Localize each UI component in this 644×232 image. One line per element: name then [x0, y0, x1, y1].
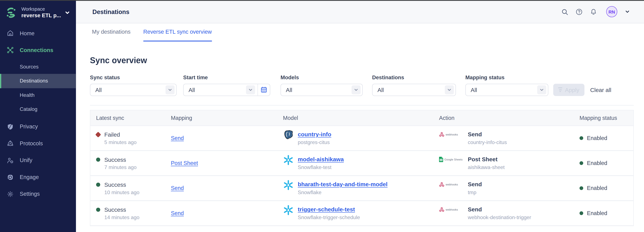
account-chevron-down-icon[interactable]	[625, 9, 630, 14]
mapping-link[interactable]: Send	[171, 210, 184, 216]
clear-all-button[interactable]: Clear all	[590, 83, 611, 96]
model-subtext: Snowflake	[298, 190, 388, 196]
webhooks-icon	[439, 132, 444, 137]
model-subtext: Snowflake-trigger-schedule	[298, 215, 360, 221]
calendar-icon	[260, 86, 267, 93]
snowflake-icon	[283, 180, 294, 191]
sidebar-item-health[interactable]: Health	[0, 88, 76, 102]
topbar: Destinations RN	[76, 1, 644, 23]
table-row: Success 10 minutes ago Send	[90, 176, 633, 201]
sidebar-item-unify[interactable]: Unify	[0, 152, 76, 169]
action-name: Send	[468, 206, 531, 213]
mapping-link[interactable]: Send	[171, 185, 184, 191]
sidebar-item-privacy[interactable]: Privacy	[0, 118, 76, 135]
select-value: All	[471, 86, 537, 93]
avatar-initials: RN	[608, 9, 615, 14]
enabled-dot-icon	[580, 186, 583, 190]
sidebar-item-destinations[interactable]: Destinations	[0, 74, 76, 88]
workspace-chevron-down-icon[interactable]	[64, 10, 70, 15]
sidebar-item-settings[interactable]: Settings	[0, 186, 76, 202]
models-select[interactable]: All	[280, 83, 363, 96]
filter-sync-status: Sync status All	[90, 74, 176, 96]
model-link[interactable]: country-info	[298, 131, 331, 138]
model-subtext: Snowflake-test	[298, 165, 344, 170]
select-value: All	[188, 86, 246, 93]
filter-label: Sync status	[90, 74, 176, 81]
action-subtext: aishikawa-sheet	[468, 165, 504, 170]
sidebar-item-label: Unify	[20, 157, 32, 163]
shield-icon	[6, 123, 14, 130]
clear-all-label: Clear all	[590, 86, 611, 93]
sidebar-item-sources[interactable]: Sources	[0, 60, 76, 74]
page-title: Destinations	[92, 8, 129, 15]
mapping-link[interactable]: Send	[171, 135, 184, 141]
action-name: Post Sheet	[468, 156, 504, 163]
section-divider	[90, 105, 634, 105]
help-icon[interactable]	[576, 8, 583, 15]
mapping-cell: Post Sheet	[171, 159, 283, 167]
topbar-actions: RN	[561, 6, 630, 17]
mapping-status-select[interactable]: All	[465, 83, 548, 96]
sidebar-item-label: Destinations	[20, 78, 48, 84]
enabled-dot-icon	[580, 211, 583, 215]
sync-overview-table: Latest sync Mapping Model Action Mapping…	[90, 110, 634, 226]
model-link[interactable]: model-aishikawa	[298, 156, 344, 163]
webhooks-logo-label: webhooks	[446, 133, 458, 136]
tab-label: Reverse ETL sync overview	[143, 29, 212, 35]
notifications-bell-icon[interactable]	[590, 8, 597, 15]
column-header-model: Model	[283, 115, 439, 121]
model-link[interactable]: bharath-test-day-and-time-model	[298, 181, 388, 188]
mapping-link[interactable]: Post Sheet	[171, 160, 198, 166]
chevron-down-icon	[246, 85, 255, 94]
latest-sync-cell: Success 7 minutes ago	[96, 156, 171, 170]
column-header-mapping-status: Mapping status	[574, 115, 633, 121]
select-value: All	[95, 86, 166, 93]
sidebar-item-connections[interactable]: Connections	[0, 42, 76, 58]
mapping-status-text: Enabled	[587, 210, 607, 216]
action-name: Send	[468, 131, 507, 138]
tab-label: My destinations	[92, 29, 130, 35]
chevron-down-icon	[352, 85, 360, 94]
failed-status-icon	[95, 131, 101, 137]
sidebar-item-catalog[interactable]: Catalog	[0, 102, 76, 116]
gear-icon	[6, 190, 14, 198]
postgres-icon	[283, 130, 294, 140]
webhooks-icon	[439, 207, 444, 212]
action-cell: webhooks Send webhook-destination-trigge…	[439, 206, 574, 221]
latest-sync-cell: Failed 5 minutes ago	[96, 131, 171, 145]
sync-status-text: Success	[104, 156, 136, 163]
model-link[interactable]: trigger-schedule-test	[298, 206, 355, 213]
sidebar-item-label: Home	[20, 30, 34, 36]
sync-time-text: 14 minutes ago	[104, 215, 140, 220]
start-time-select[interactable]: All	[183, 83, 270, 96]
mapping-cell: Send	[171, 209, 283, 217]
webhooks-icon	[439, 182, 444, 187]
sidebar-item-label: Sources	[20, 64, 38, 70]
sidebar-item-protocols[interactable]: Protocols	[0, 135, 76, 152]
enabled-dot-icon	[580, 136, 583, 140]
content: Sync overview Sync status All Start time	[76, 41, 644, 226]
tab-reverse-etl-sync-overview[interactable]: Reverse ETL sync overview	[143, 23, 212, 41]
search-icon[interactable]	[561, 8, 568, 15]
mapping-status-cell: Enabled	[574, 160, 633, 166]
chevron-down-icon	[166, 85, 174, 94]
column-header-mapping: Mapping	[171, 115, 283, 121]
apply-button[interactable]: Apply	[553, 83, 584, 96]
destinations-select[interactable]: All	[372, 83, 456, 96]
sidebar-item-home[interactable]: Home	[0, 25, 76, 41]
sidebar-item-label: Connections	[20, 47, 53, 53]
calendar-button[interactable]	[258, 84, 270, 95]
sidebar-item-engage[interactable]: Engage	[0, 169, 76, 186]
action-name: Send	[468, 181, 482, 188]
avatar[interactable]: RN	[606, 6, 618, 17]
rudderstack-logo-icon	[5, 6, 17, 18]
column-header-latest-sync: Latest sync	[96, 115, 171, 121]
main-area: Destinations RN	[76, 0, 644, 232]
tab-my-destinations[interactable]: My destinations	[92, 23, 130, 41]
action-cell: Google Sheets Post Sheet aishikawa-sheet	[439, 156, 574, 170]
sync-status-select[interactable]: All	[90, 83, 176, 96]
success-status-icon	[96, 208, 100, 212]
app-window: Workspace reverse ETL p... Home Connecti…	[0, 0, 644, 232]
column-header-action: Action	[439, 115, 574, 121]
workspace-switcher[interactable]: Workspace reverse ETL p...	[0, 3, 76, 22]
